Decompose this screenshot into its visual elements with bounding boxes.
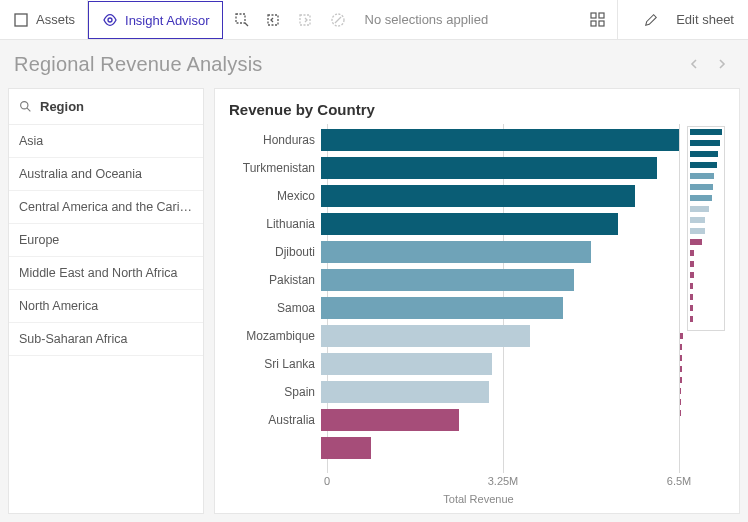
bar[interactable] — [321, 241, 591, 263]
minimap-bar — [690, 195, 712, 201]
filter-item[interactable]: Australia and Oceania — [9, 158, 203, 191]
svg-line-13 — [27, 108, 30, 111]
minimap-bar — [679, 344, 682, 350]
bar-label: Samoa — [229, 301, 321, 315]
filter-item[interactable]: North America — [9, 290, 203, 323]
filter-item[interactable]: Europe — [9, 224, 203, 257]
bar-label: Djibouti — [229, 245, 321, 259]
chart-title: Revenue by Country — [229, 101, 725, 118]
minimap-bar — [690, 272, 694, 278]
filter-header[interactable]: Region — [9, 89, 203, 125]
bar[interactable] — [321, 297, 563, 319]
insight-advisor-button[interactable]: Insight Advisor — [88, 1, 223, 39]
svg-rect-4 — [268, 15, 278, 25]
edit-sheet-button[interactable]: Edit sheet — [617, 0, 748, 40]
minimap-bar — [690, 151, 718, 157]
bar-label: Turkmenistan — [229, 161, 321, 175]
assets-icon — [12, 11, 30, 29]
bar-label: Sri Lanka — [229, 357, 321, 371]
minimap-bar — [690, 162, 717, 168]
axis-tick: 6.5M — [667, 475, 691, 487]
insight-icon — [101, 11, 119, 29]
selection-tools: No selections applied — [223, 11, 499, 29]
minimap-bar — [690, 316, 693, 322]
filter-item[interactable]: Middle East and North Africa — [9, 257, 203, 290]
svg-point-1 — [108, 18, 112, 22]
svg-rect-9 — [599, 13, 604, 18]
svg-rect-10 — [591, 21, 596, 26]
bar-chart[interactable]: HondurasTurkmenistanMexicoLithuaniaDjibo… — [229, 126, 679, 462]
no-selections-text: No selections applied — [361, 12, 489, 27]
insight-label: Insight Advisor — [125, 13, 210, 28]
axis-tick: 3.25M — [488, 475, 519, 487]
minimap-bar — [679, 388, 681, 394]
bar[interactable] — [321, 157, 657, 179]
minimap-bar — [690, 129, 722, 135]
minimap-bar — [679, 355, 682, 361]
filter-item[interactable]: Sub-Saharan Africa — [9, 323, 203, 356]
step-back-icon[interactable] — [265, 11, 283, 29]
minimap-bar — [679, 377, 682, 383]
svg-rect-2 — [236, 14, 245, 23]
bar-label: Lithuania — [229, 217, 321, 231]
minimap-bar — [690, 140, 720, 146]
bar[interactable] — [321, 437, 371, 459]
chart-card: Revenue by Country HondurasTurkmenistanM… — [214, 88, 740, 514]
next-sheet-icon[interactable] — [716, 58, 728, 70]
minimap-bar — [690, 217, 705, 223]
minimap-bar — [679, 333, 683, 339]
bar-label: Pakistan — [229, 273, 321, 287]
page-title: Regional Revenue Analysis — [14, 53, 263, 76]
minimap-bar — [690, 250, 694, 256]
minimap-bar — [690, 294, 693, 300]
minimap-bar — [690, 173, 714, 179]
bar[interactable] — [321, 269, 574, 291]
bar-label: Mexico — [229, 189, 321, 203]
bar[interactable] — [321, 353, 492, 375]
minimap-bar — [690, 239, 702, 245]
minimap-bar — [690, 228, 705, 234]
svg-line-7 — [335, 17, 341, 23]
svg-line-3 — [245, 23, 248, 26]
x-axis-label: Total Revenue — [278, 493, 679, 505]
svg-rect-11 — [599, 21, 604, 26]
filter-item[interactable]: Central America and the Carib… — [9, 191, 203, 224]
bar[interactable] — [321, 129, 679, 151]
clear-selections-icon — [329, 11, 347, 29]
pencil-icon — [642, 11, 660, 29]
filter-item[interactable]: Asia — [9, 125, 203, 158]
minimap-bar — [690, 283, 693, 289]
axis-tick: 0 — [324, 475, 330, 487]
bar-label: Spain — [229, 385, 321, 399]
minimap-bar — [679, 399, 681, 405]
title-bar: Regional Revenue Analysis — [0, 40, 748, 88]
toolbar: Assets Insight Advisor No selections app… — [0, 0, 748, 40]
bar[interactable] — [321, 185, 635, 207]
assets-label: Assets — [36, 12, 75, 27]
bar-label: Honduras — [229, 133, 321, 147]
minimap-bar — [679, 366, 682, 372]
search-icon — [19, 100, 32, 113]
assets-button[interactable]: Assets — [0, 0, 88, 40]
chart-minimap[interactable] — [687, 126, 725, 331]
filter-list: AsiaAustralia and OceaniaCentral America… — [9, 125, 203, 356]
svg-rect-5 — [300, 15, 310, 25]
bar[interactable] — [321, 213, 618, 235]
bookmarks-icon[interactable] — [589, 11, 607, 29]
svg-rect-8 — [591, 13, 596, 18]
minimap-bar — [690, 206, 709, 212]
step-forward-icon — [297, 11, 315, 29]
edit-sheet-label: Edit sheet — [676, 12, 734, 27]
filter-pane: Region AsiaAustralia and OceaniaCentral … — [8, 88, 204, 514]
x-axis: 03.25M6.5M — [327, 475, 679, 489]
bar[interactable] — [321, 381, 489, 403]
minimap-bar — [679, 410, 681, 416]
smart-search-icon[interactable] — [233, 11, 251, 29]
prev-sheet-icon[interactable] — [688, 58, 700, 70]
filter-title: Region — [40, 99, 84, 114]
minimap-bar — [690, 261, 694, 267]
bar[interactable] — [321, 325, 530, 347]
minimap-bar — [690, 184, 713, 190]
minimap-bar — [690, 305, 693, 311]
bar[interactable] — [321, 409, 459, 431]
